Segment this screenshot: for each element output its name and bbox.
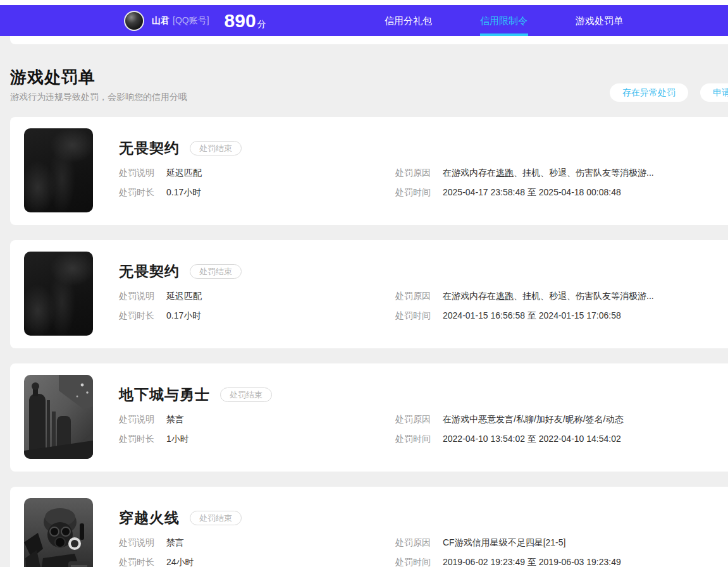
punishment-card-list: 无畏契约 处罚结束 处罚说明 延迟匹配 处罚原因 在游戏内存在逃跑、挂机、秒退、…	[0, 117, 728, 567]
status-badge: 处罚结束	[190, 264, 242, 279]
game-title: 地下城与勇士	[119, 385, 210, 405]
game-thumbnail-dnf-icon	[24, 375, 93, 459]
reason-text: 在游戏内存在	[443, 291, 496, 301]
field-label-duration: 处罚时长	[119, 187, 154, 197]
field-value-desc: 延迟匹配	[166, 291, 202, 301]
status-badge: 处罚结束	[190, 141, 242, 155]
top-navbar: 山君 [QQ账号] 890分 信用分礼包 信用限制令 游戏处罚单	[0, 5, 728, 36]
user-summary: 山君 [QQ账号] 890分	[124, 11, 266, 31]
field-value-time: 2025-04-17 23:58:48 至 2025-04-18 00:08:4…	[443, 187, 621, 197]
field-label-time: 处罚时间	[395, 434, 431, 444]
field-value-time: 2022-04-10 13:54:02 至 2022-04-10 14:54:0…	[443, 434, 621, 444]
field-label-duration: 处罚时长	[119, 557, 154, 567]
status-badge: 处罚结束	[190, 511, 242, 525]
game-title: 无畏契约	[119, 138, 180, 158]
field-value-duration: 0.17小时	[166, 187, 201, 197]
punishment-card: 穿越火线 处罚结束 处罚说明 禁言 处罚原因 CF游戏信用星级不足四星[21-5…	[10, 487, 728, 567]
field-label-desc: 处罚说明	[119, 537, 154, 547]
field-value-reason: CF游戏信用星级不足四星[21-5]	[443, 537, 565, 547]
page-background: 游戏处罚单 游戏行为违规导致处罚，会影响您的信用分哦 存在异常处罚 申请处罚减免…	[0, 36, 728, 567]
reason-text: 在游戏中恶意发言/私聊/加好友/昵称/签名/动态	[443, 414, 623, 424]
card-body: 无畏契约 处罚结束 处罚说明 延迟匹配 处罚原因 在游戏内存在逃跑、挂机、秒退、…	[93, 128, 728, 214]
game-thumbnail-valorant-icon	[24, 252, 93, 336]
apply-reduction-button[interactable]: 申请处罚减免	[700, 83, 728, 102]
card-body: 无畏契约 处罚结束 处罚说明 延迟匹配 处罚原因 在游戏内存在逃跑、挂机、秒退、…	[93, 252, 728, 337]
punishment-card: 无畏契约 处罚结束 处罚说明 延迟匹配 处罚原因 在游戏内存在逃跑、挂机、秒退、…	[10, 117, 728, 225]
punishment-card: 地下城与勇士 处罚结束 处罚说明 禁言 处罚原因 在游戏中恶意发言/私聊/加好友…	[10, 363, 728, 472]
reason-text: 、挂机、秒退、伤害队友等消极游...	[514, 168, 654, 178]
field-label-reason: 处罚原因	[395, 168, 431, 178]
tab-credit-restriction[interactable]: 信用限制令	[456, 5, 552, 36]
field-label-time: 处罚时间	[395, 557, 431, 567]
abnormal-punishment-button[interactable]: 存在异常处罚	[610, 83, 688, 102]
field-value-reason: 在游戏内存在逃跑、挂机、秒退、伤害队友等消极游...	[443, 168, 654, 178]
username: 山君	[152, 15, 170, 27]
field-label-duration: 处罚时长	[119, 310, 154, 320]
card-body: 穿越火线 处罚结束 处罚说明 禁言 处罚原因 CF游戏信用星级不足四星[21-5…	[93, 498, 728, 556]
field-label-reason: 处罚原因	[395, 414, 431, 424]
field-value-desc: 禁言	[166, 414, 184, 424]
field-value-duration: 24小时	[166, 557, 194, 567]
game-title: 穿越火线	[119, 508, 180, 528]
field-value-time: 2024-01-15 16:56:58 至 2024-01-15 17:06:5…	[443, 310, 621, 320]
credit-score: 890分	[225, 11, 266, 30]
field-value-time: 2019-06-02 19:23:49 至 2019-06-03 19:23:4…	[443, 557, 621, 567]
game-thumbnail-valorant-icon	[24, 128, 93, 212]
user-avatar	[124, 11, 144, 31]
field-value-duration: 0.17小时	[166, 310, 201, 320]
reason-link[interactable]: 逃跑	[496, 291, 514, 301]
tab-credit-gift[interactable]: 信用分礼包	[361, 5, 456, 36]
field-label-duration: 处罚时长	[119, 434, 154, 444]
field-value-reason: 在游戏中恶意发言/私聊/加好友/昵称/签名/动态	[443, 414, 623, 424]
reason-link[interactable]: 逃跑	[496, 168, 514, 178]
field-label-time: 处罚时间	[395, 187, 431, 197]
page-header: 游戏处罚单 游戏行为违规导致处罚，会影响您的信用分哦 存在异常处罚 申请处罚减免	[0, 66, 728, 112]
field-label-desc: 处罚说明	[119, 291, 154, 301]
status-badge: 处罚结束	[220, 387, 272, 402]
field-value-duration: 1小时	[166, 434, 189, 444]
reason-text: 在游戏内存在	[443, 168, 496, 178]
field-value-desc: 延迟匹配	[166, 168, 202, 178]
card-body: 地下城与勇士 处罚结束 处罚说明 禁言 处罚原因 在游戏中恶意发言/私聊/加好友…	[93, 375, 728, 460]
page-title: 游戏处罚单	[10, 66, 96, 88]
account-type-label: [QQ账号]	[173, 15, 209, 27]
scrolled-card-bottom-edge	[10, 36, 728, 44]
game-title: 无畏契约	[119, 262, 180, 281]
field-value-reason: 在游戏内存在逃跑、挂机、秒退、伤害队友等消极游...	[443, 291, 654, 301]
field-label-time: 处罚时间	[395, 310, 431, 320]
reason-text: CF游戏信用星级不足四星[21-5]	[443, 537, 565, 547]
nav-tabs: 信用分礼包 信用限制令 游戏处罚单	[361, 5, 647, 36]
field-label-desc: 处罚说明	[119, 414, 154, 424]
field-label-desc: 处罚说明	[119, 168, 154, 178]
game-thumbnail-crossfire-icon	[24, 498, 93, 567]
field-label-reason: 处罚原因	[395, 291, 431, 301]
reason-text: 、挂机、秒退、伤害队友等消极游...	[514, 291, 654, 301]
field-label-reason: 处罚原因	[395, 537, 431, 547]
punishment-card: 无畏契约 处罚结束 处罚说明 延迟匹配 处罚原因 在游戏内存在逃跑、挂机、秒退、…	[10, 240, 728, 348]
tab-game-punishment[interactable]: 游戏处罚单	[552, 5, 647, 36]
credit-score-unit: 分	[257, 19, 266, 29]
field-value-desc: 禁言	[166, 537, 184, 547]
page-subtitle: 游戏行为违规导致处罚，会影响您的信用分哦	[10, 92, 187, 103]
credit-score-value: 890	[225, 10, 256, 31]
